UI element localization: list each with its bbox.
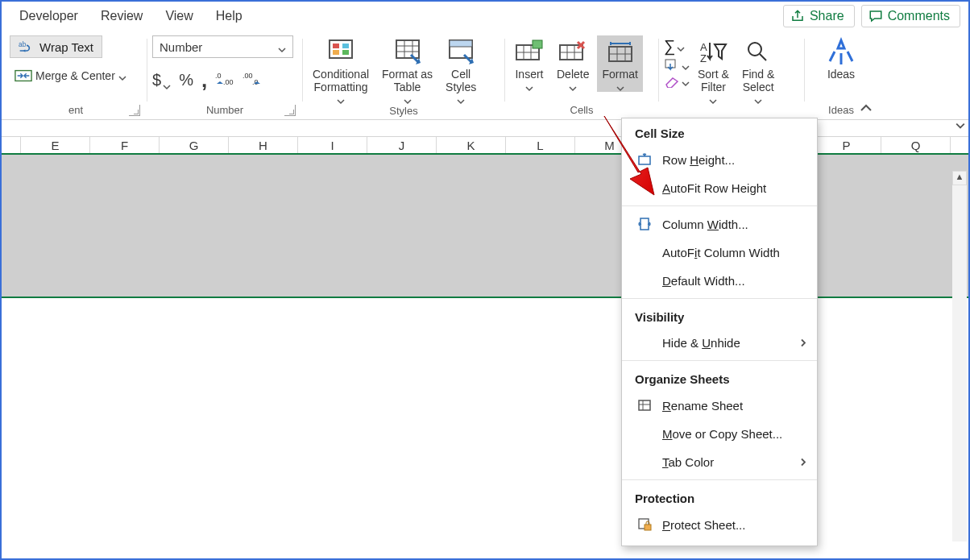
merge-center-button[interactable]: Merge & Center bbox=[10, 64, 131, 87]
svg-rect-36 bbox=[640, 218, 649, 230]
menu-default-width[interactable]: Default Width... bbox=[622, 267, 817, 295]
menu-hide-unhide[interactable]: Hide & Unhide bbox=[622, 329, 817, 357]
tab-developer[interactable]: Developer bbox=[8, 4, 89, 28]
group-ideas: Ideas Ideas bbox=[805, 32, 877, 119]
expand-formula-bar-button[interactable] bbox=[955, 121, 965, 133]
decrease-decimal-button[interactable]: .00.0 bbox=[242, 70, 262, 90]
col-header-J[interactable]: J bbox=[367, 137, 437, 153]
menu-protect-sheet-label: Protect Sheet... bbox=[662, 518, 745, 532]
col-header-P[interactable]: P bbox=[812, 137, 881, 153]
group-label-editing bbox=[664, 105, 799, 118]
menu-autofit-column-width[interactable]: AutoFit Column Width bbox=[622, 239, 817, 267]
collapse-ribbon-button[interactable] bbox=[860, 102, 873, 116]
accounting-format-button[interactable]: $ bbox=[152, 71, 171, 89]
clear-button[interactable] bbox=[664, 75, 690, 88]
conditional-formatting-icon bbox=[326, 37, 355, 66]
tab-help[interactable]: Help bbox=[205, 4, 254, 28]
chevron-down-icon bbox=[616, 82, 624, 90]
svg-text:.00: .00 bbox=[242, 72, 253, 80]
sort-filter-button[interactable]: AZ Sort & Filter bbox=[693, 35, 734, 105]
format-as-table-button[interactable]: Format as Table bbox=[377, 35, 437, 105]
menu-column-width-label: Column Width... bbox=[662, 218, 748, 231]
fill-down-icon bbox=[664, 59, 680, 72]
col-header-F[interactable]: F bbox=[90, 137, 160, 153]
tab-view[interactable]: View bbox=[154, 4, 204, 28]
vertical-scrollbar[interactable]: ▲ bbox=[952, 171, 967, 541]
insert-cells-button[interactable]: Insert bbox=[510, 35, 549, 92]
annotation-arrow bbox=[598, 111, 662, 200]
svg-rect-10 bbox=[342, 50, 349, 55]
svg-rect-22 bbox=[533, 40, 542, 48]
spreadsheet-grid[interactable]: E F G H I J K L M P Q bbox=[2, 137, 968, 508]
menu-move-copy-sheet[interactable]: Move or Copy Sheet... bbox=[622, 420, 817, 448]
column-headers: E F G H I J K L M P Q bbox=[2, 137, 968, 155]
svg-text:Z: Z bbox=[700, 52, 707, 64]
number-format-select[interactable]: Number bbox=[152, 35, 293, 58]
number-launcher[interactable] bbox=[284, 105, 296, 116]
insert-cells-label: Insert bbox=[515, 68, 543, 81]
menu-protect-sheet[interactable]: Protect Sheet... bbox=[622, 510, 817, 539]
menu-row-height-label: Row Height... bbox=[662, 153, 735, 167]
title-bar-actions: Share Comments bbox=[783, 5, 960, 27]
selected-row-area[interactable] bbox=[2, 155, 968, 298]
wrap-text-button[interactable]: ab Wrap Text bbox=[10, 35, 102, 58]
col-header-I[interactable]: I bbox=[298, 137, 367, 153]
chevron-down-icon bbox=[457, 95, 465, 103]
group-label-alignment: ent bbox=[10, 104, 142, 118]
chevron-right-icon bbox=[799, 455, 807, 469]
group-label-styles: Styles bbox=[308, 105, 500, 118]
cell-styles-button[interactable]: Cell Styles bbox=[441, 35, 481, 105]
svg-rect-11 bbox=[396, 40, 419, 58]
ribbon: ab Wrap Text Merge & Center ent Number $… bbox=[2, 31, 968, 119]
merge-center-label: Merge & Center bbox=[35, 69, 115, 82]
conditional-formatting-button[interactable]: Conditional Formatting bbox=[308, 35, 374, 105]
col-header-L[interactable]: L bbox=[506, 137, 575, 153]
wrap-text-label: Wrap Text bbox=[39, 40, 93, 54]
increase-decimal-button[interactable]: .0.00 bbox=[215, 70, 234, 90]
conditional-formatting-label: Conditional Formatting bbox=[313, 68, 369, 93]
svg-text:.0: .0 bbox=[215, 72, 222, 80]
col-header-G[interactable]: G bbox=[160, 137, 229, 153]
eraser-icon bbox=[664, 75, 680, 88]
menu-column-width[interactable]: Column Width... bbox=[622, 209, 817, 239]
protect-sheet-icon bbox=[636, 517, 653, 532]
tab-review[interactable]: Review bbox=[89, 4, 154, 28]
format-button-label: Format bbox=[602, 68, 637, 81]
col-header-E[interactable]: E bbox=[21, 137, 90, 153]
delete-cells-button[interactable]: Delete bbox=[552, 35, 594, 92]
comments-button[interactable]: Comments bbox=[861, 5, 960, 27]
col-header-Q[interactable]: Q bbox=[881, 137, 951, 153]
chevron-down-icon bbox=[677, 43, 685, 51]
share-icon bbox=[790, 9, 805, 23]
menu-rename-label: Rename Sheet bbox=[662, 399, 743, 413]
sort-filter-label: Sort & Filter bbox=[698, 68, 729, 93]
menu-hide-unhide-label: Hide & Unhide bbox=[662, 336, 740, 350]
find-select-button[interactable]: Find & Select bbox=[737, 35, 779, 105]
chevron-down-icon bbox=[569, 82, 577, 90]
ideas-button[interactable]: Ideas bbox=[822, 35, 860, 82]
format-button[interactable]: Format bbox=[597, 35, 642, 92]
fill-button[interactable] bbox=[664, 59, 690, 72]
scroll-up-button[interactable]: ▲ bbox=[952, 171, 967, 185]
percent-format-button[interactable]: % bbox=[179, 71, 193, 89]
comment-icon bbox=[868, 9, 883, 23]
wrap-text-icon: ab bbox=[19, 39, 35, 55]
ideas-label: Ideas bbox=[827, 68, 855, 81]
svg-rect-41 bbox=[645, 525, 651, 530]
share-button[interactable]: Share bbox=[783, 5, 855, 27]
grid-cells-area[interactable] bbox=[2, 298, 968, 508]
col-header-K[interactable]: K bbox=[437, 137, 506, 153]
comma-format-button[interactable]: , bbox=[201, 68, 207, 93]
alignment-launcher[interactable] bbox=[129, 105, 140, 116]
formula-bar[interactable] bbox=[2, 119, 968, 137]
autosum-button[interactable]: ∑ bbox=[664, 37, 690, 56]
svg-rect-6 bbox=[330, 40, 352, 58]
menu-tab-color[interactable]: Tab Color bbox=[622, 448, 817, 476]
menu-rename-sheet[interactable]: Rename Sheet bbox=[622, 391, 817, 420]
menu-section-organize: Organize Sheets bbox=[622, 364, 817, 391]
chevron-down-icon bbox=[682, 61, 690, 69]
format-as-table-label: Format as Table bbox=[382, 68, 433, 93]
menu-move-copy-label: Move or Copy Sheet... bbox=[662, 427, 782, 441]
col-header-H[interactable]: H bbox=[229, 137, 298, 153]
find-select-icon bbox=[744, 37, 773, 66]
